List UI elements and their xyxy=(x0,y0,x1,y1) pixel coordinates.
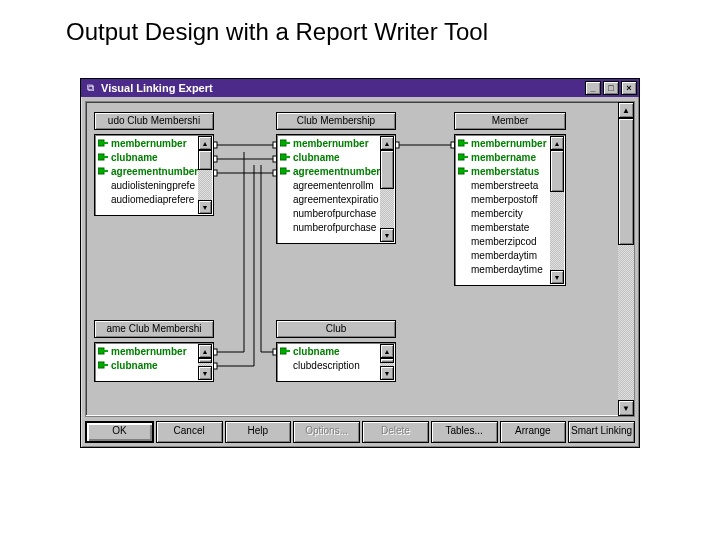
field-row[interactable]: memberstreeta xyxy=(456,178,550,192)
list-scrollbar[interactable]: ▲ ▼ xyxy=(198,344,212,380)
field-row[interactable]: clubname xyxy=(96,358,198,372)
field-row[interactable]: membernumber xyxy=(278,136,380,150)
field-row[interactable]: clubname xyxy=(278,150,380,164)
field-row[interactable]: clubname xyxy=(278,344,380,358)
field-row[interactable]: agreementexpiratio xyxy=(278,192,380,206)
svg-rect-38 xyxy=(463,170,468,172)
minimize-button[interactable]: _ xyxy=(585,81,601,95)
list-scrollbar[interactable]: ▲ ▼ xyxy=(198,136,212,214)
list-scrollbar[interactable]: ▲ ▼ xyxy=(380,136,394,242)
key-field-icon xyxy=(458,138,468,148)
maximize-button[interactable]: □ xyxy=(603,81,619,95)
scroll-up-icon[interactable]: ▲ xyxy=(380,344,394,358)
scroll-up-icon[interactable]: ▲ xyxy=(618,102,634,118)
table-title[interactable]: udo Club Membershi xyxy=(94,112,214,130)
scroll-up-icon[interactable]: ▲ xyxy=(550,136,564,150)
table-game-club-membership[interactable]: ame Club Membershi membernumberclubname … xyxy=(94,320,214,382)
scroll-up-icon[interactable]: ▲ xyxy=(198,136,212,150)
table-audio-club-membership[interactable]: udo Club Membershi membernumberclubnamea… xyxy=(94,112,214,216)
cancel-button[interactable]: Cancel xyxy=(156,421,223,443)
field-row[interactable]: memberdaytime xyxy=(456,262,550,276)
field-row[interactable]: memberdaytim xyxy=(456,248,550,262)
field-row[interactable]: membernumber xyxy=(96,136,198,150)
field-row[interactable]: agreementenrollm xyxy=(278,178,380,192)
scroll-down-icon[interactable]: ▼ xyxy=(198,200,212,214)
list-body[interactable]: membernumberclubnameagreementnumberagree… xyxy=(278,136,380,242)
table-club-membership[interactable]: Club Membership membernumberclubnameagre… xyxy=(276,112,396,244)
field-list[interactable]: membernumberclubnameagreementnumberaudio… xyxy=(94,134,214,216)
field-name: clubname xyxy=(111,360,158,371)
table-title[interactable]: Club xyxy=(276,320,396,338)
field-row[interactable]: memberzipcod xyxy=(456,234,550,248)
field-icon xyxy=(280,180,290,190)
field-row[interactable]: memberpostoff xyxy=(456,192,550,206)
field-name: clubname xyxy=(293,346,340,357)
field-name: numberofpurchase xyxy=(293,222,376,233)
table-title[interactable]: Club Membership xyxy=(276,112,396,130)
field-list[interactable]: membernumbermembernamememberstatusmember… xyxy=(454,134,566,286)
list-body[interactable]: membernumberclubnameagreementnumberaudio… xyxy=(96,136,198,214)
field-row[interactable]: numberofpurchase xyxy=(278,220,380,234)
scroll-up-icon[interactable]: ▲ xyxy=(198,344,212,358)
field-row[interactable]: clubname xyxy=(96,150,198,164)
scroll-down-icon[interactable]: ▼ xyxy=(618,400,634,416)
field-row[interactable]: agreementnumber xyxy=(278,164,380,178)
field-row[interactable]: agreementnumber xyxy=(96,164,198,178)
field-name: agreementnumber xyxy=(111,166,198,177)
field-row[interactable]: membernumber xyxy=(456,136,550,150)
table-title[interactable]: Member xyxy=(454,112,566,130)
field-row[interactable]: membername xyxy=(456,150,550,164)
field-icon xyxy=(458,236,468,246)
table-title[interactable]: ame Club Membershi xyxy=(94,320,214,338)
field-row[interactable]: memberstate xyxy=(456,220,550,234)
table-member[interactable]: Member membernumbermembernamememberstatu… xyxy=(454,112,566,286)
field-row[interactable]: membernumber xyxy=(96,344,198,358)
field-list[interactable]: membernumberclubnameagreementnumberagree… xyxy=(276,134,396,244)
field-name: audiolisteningprefe xyxy=(111,180,195,191)
field-name: memberdaytime xyxy=(471,264,543,275)
scroll-down-icon[interactable]: ▼ xyxy=(380,228,394,242)
field-name: membernumber xyxy=(293,138,369,149)
list-body[interactable]: membernumberclubname xyxy=(96,344,198,380)
titlebar[interactable]: ⧉ Visual Linking Expert _ □ × xyxy=(81,79,639,97)
scroll-down-icon[interactable]: ▼ xyxy=(198,366,212,380)
close-button[interactable]: × xyxy=(621,81,637,95)
options-button: Options... xyxy=(293,421,360,443)
scroll-down-icon[interactable]: ▼ xyxy=(380,366,394,380)
svg-rect-34 xyxy=(463,142,468,144)
field-name: agreementenrollm xyxy=(293,180,374,191)
list-scrollbar[interactable]: ▲ ▼ xyxy=(550,136,564,284)
field-row[interactable]: audiolisteningprefe xyxy=(96,178,198,192)
help-button[interactable]: Help xyxy=(225,421,292,443)
scroll-up-icon[interactable]: ▲ xyxy=(380,136,394,150)
ok-button[interactable]: OK xyxy=(85,421,154,443)
list-body[interactable]: clubnameclubdescription xyxy=(278,344,380,380)
key-field-icon xyxy=(98,138,108,148)
field-name: membercity xyxy=(471,208,523,219)
field-row[interactable]: numberofpurchase xyxy=(278,206,380,220)
arrange-button[interactable]: Arrange xyxy=(500,421,567,443)
canvas-scrollbar[interactable]: ▲ ▼ xyxy=(618,102,634,416)
svg-rect-30 xyxy=(285,156,290,158)
smart-linking-button[interactable]: Smart Linking xyxy=(568,421,635,443)
field-row[interactable]: memberstatus xyxy=(456,164,550,178)
svg-rect-24 xyxy=(103,156,108,158)
field-name: membernumber xyxy=(111,138,187,149)
scroll-down-icon[interactable]: ▼ xyxy=(550,270,564,284)
field-row[interactable]: clubdescription xyxy=(278,358,380,372)
field-list[interactable]: clubnameclubdescription ▲ ▼ xyxy=(276,342,396,382)
list-scrollbar[interactable]: ▲ ▼ xyxy=(380,344,394,380)
table-club[interactable]: Club clubnameclubdescription ▲ ▼ xyxy=(276,320,396,382)
key-field-icon xyxy=(280,166,290,176)
page-heading: Output Design with a Report Writer Tool xyxy=(0,0,720,46)
field-row[interactable]: membercity xyxy=(456,206,550,220)
svg-rect-28 xyxy=(285,142,290,144)
scroll-thumb[interactable] xyxy=(618,118,634,245)
field-list[interactable]: membernumberclubname ▲ ▼ xyxy=(94,342,214,382)
scroll-track[interactable] xyxy=(618,118,634,400)
tables-button[interactable]: Tables... xyxy=(431,421,498,443)
field-row[interactable]: audiomediaprefere xyxy=(96,192,198,206)
linking-canvas[interactable]: udo Club Membershi membernumberclubnamea… xyxy=(86,102,618,416)
list-body[interactable]: membernumbermembernamememberstatusmember… xyxy=(456,136,550,284)
field-icon xyxy=(458,222,468,232)
